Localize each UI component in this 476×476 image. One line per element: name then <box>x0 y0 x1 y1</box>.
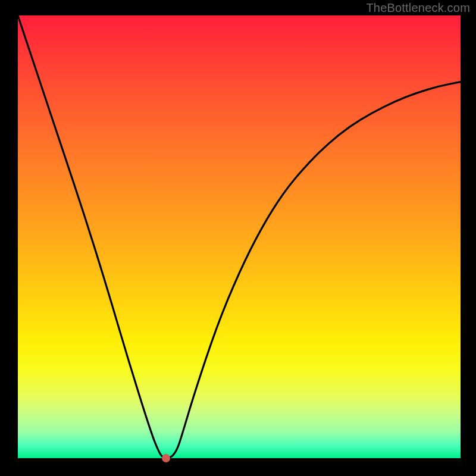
plot-area <box>18 15 461 458</box>
minimum-marker <box>162 454 170 462</box>
curve-path <box>18 15 461 458</box>
bottleneck-curve <box>18 15 461 458</box>
watermark-text: TheBottleneck.com <box>366 1 470 15</box>
chart-frame: TheBottleneck.com <box>0 0 476 476</box>
